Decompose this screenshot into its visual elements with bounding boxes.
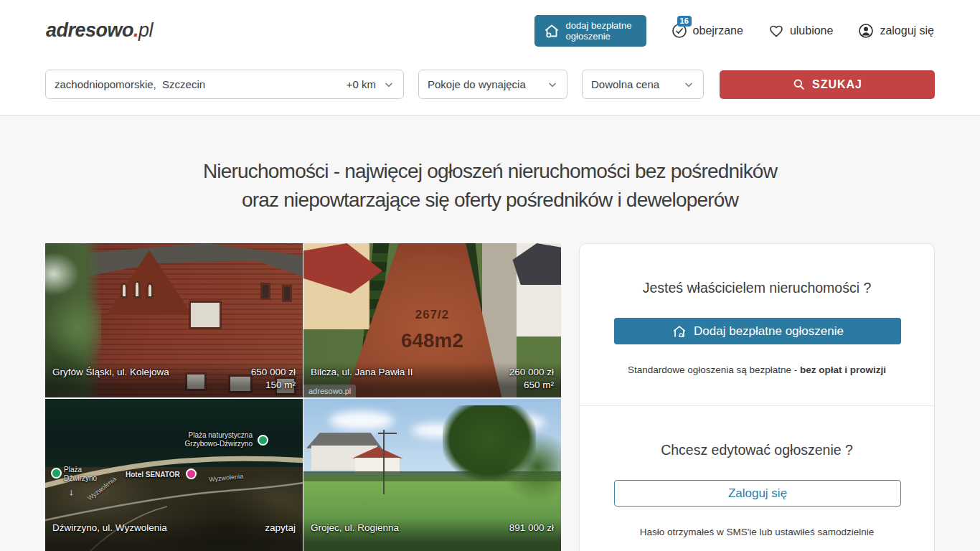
viewed-count-badge: 16	[677, 16, 692, 27]
main-area: Nieruchomości - najwięcej ogłoszeń nieru…	[0, 115, 980, 551]
page-title: Nieruchomości - najwięcej ogłoszeń nieru…	[0, 157, 980, 215]
listing-price: 891 000 zł	[509, 522, 554, 533]
price-select[interactable]: Dowolna cena	[582, 70, 704, 99]
header-nav: dodaj bezpłatne ogłoszenie 16 obejrzane …	[534, 15, 934, 47]
owner-section: Jesteś właścicielem nieruchomości ? Doda…	[580, 244, 934, 405]
listing-tile[interactable]: 267/2 648m2 Bilcza, ul. Jana Pawła II 26…	[303, 243, 561, 397]
listing-price: 260 000 zł	[509, 367, 554, 377]
listing-tile[interactable]: Grojec, ul. Rogienna 891 000 zł	[303, 399, 561, 551]
owner-note: Standardowe ogłoszenia są bezpłatne - be…	[614, 364, 900, 375]
radius-value: +0 km	[347, 78, 376, 90]
login-label: zaloguj się	[880, 24, 934, 37]
location-input[interactable]	[55, 78, 347, 90]
chevron-down-icon	[383, 79, 395, 90]
listing-area	[509, 535, 554, 547]
listing-price: zapytaj	[265, 522, 296, 533]
search-bar: +0 km Pokoje do wynajęcia Dowolna cena S…	[0, 61, 980, 115]
listing-caption: Gryfów Śląski, ul. Kolejowa 650 000 zł 1…	[45, 362, 303, 397]
user-circle-icon	[857, 22, 875, 39]
map-pin-green-icon	[258, 435, 268, 446]
listing-location: Dźwirzyno, ul. Wyzwolenia	[52, 522, 265, 533]
listing-area: 650 m²	[509, 380, 554, 392]
map-label-beach-nat: Plaża naturystyczna Grzybowo-Dźwirzyno	[185, 431, 253, 448]
site-header: adresowo.pl dodaj bezpłatne ogłoszenie 1…	[0, 0, 980, 61]
owner-section-title: Jesteś właścicielem nieruchomości ?	[614, 280, 900, 296]
category-value: Pokoje do wynajęcia	[428, 78, 526, 90]
map-arrow-icon: ↓	[69, 486, 74, 497]
sidebar-login-button[interactable]: Zaloguj się	[614, 480, 901, 507]
heart-icon	[768, 22, 785, 39]
map-label-hotel: Hotel SENATOR	[126, 471, 180, 479]
listing-location: Grojec, ul. Rogienna	[311, 522, 509, 533]
sidebar-login-label: Zaloguj się	[728, 486, 787, 501]
chevron-down-icon	[547, 79, 558, 90]
add-listing-button[interactable]: dodaj bezpłatne ogłoszenie	[534, 15, 646, 47]
sidebar-add-listing-label: Dodaj bezpłatne ogłoszenie	[694, 324, 844, 339]
check-circle-icon: 16	[671, 22, 688, 39]
search-icon	[792, 77, 806, 91]
listing-area	[265, 535, 296, 547]
viewed-label: obejrzane	[693, 24, 743, 37]
map-label-beach: Plaża Dźwirzyno	[64, 466, 97, 483]
edit-section-title: Chcesz edytować ogłoszenie ?	[614, 442, 900, 458]
house-plus-icon	[672, 324, 687, 339]
add-listing-label: dodaj bezpłatne ogłoszenie	[566, 20, 638, 42]
logo-tld: pl	[138, 19, 153, 41]
house-plus-icon	[543, 22, 560, 39]
category-select[interactable]: Pokoje do wynajęcia	[418, 70, 567, 99]
search-button[interactable]: SZUKAJ	[720, 70, 935, 99]
edit-note: Hasło otrzymałeś w SMS'ie lub ustawiłeś …	[614, 527, 900, 537]
viewed-link[interactable]: 16 obejrzane	[671, 22, 743, 39]
listing-caption: Dźwirzyno, ul. Wyzwolenia zapytaj	[45, 518, 303, 551]
listing-price: 650 000 zł	[251, 367, 296, 377]
listing-location: Gryfów Śląski, ul. Kolejowa	[52, 367, 251, 377]
listings-grid: Gryfów Śląski, ul. Kolejowa 650 000 zł 1…	[45, 243, 561, 551]
favorites-label: ulubione	[790, 24, 834, 37]
listing-caption: Grojec, ul. Rogienna 891 000 zł	[303, 518, 561, 551]
sidebar-card: Jesteś właścicielem nieruchomości ? Doda…	[579, 243, 935, 551]
search-button-label: SZUKAJ	[812, 78, 862, 91]
photo-watermark: adresowo.pl	[303, 385, 356, 397]
map-pin-pink-icon	[186, 468, 197, 479]
hero: Nieruchomości - najwięcej ogłoszeń nieru…	[0, 116, 980, 243]
logo-dot: .	[133, 19, 138, 41]
location-field[interactable]: +0 km	[45, 70, 404, 99]
favorites-link[interactable]: ulubione	[768, 22, 834, 39]
login-link[interactable]: zaloguj się	[857, 22, 934, 39]
site-logo[interactable]: adresowo.pl	[46, 19, 153, 42]
chevron-down-icon	[683, 79, 694, 90]
listing-tile[interactable]: Plaża naturystyczna Grzybowo-Dźwirzyno P…	[45, 399, 303, 551]
radius-select[interactable]: +0 km	[347, 78, 395, 90]
plot-number-label: 267/2	[303, 308, 561, 322]
price-value: Dowolna cena	[591, 78, 659, 90]
listing-area: 150 m²	[251, 380, 296, 392]
logo-text: adresowo	[46, 19, 133, 41]
edit-section: Chcesz edytować ogłoszenie ? Zaloguj się…	[580, 405, 934, 551]
map-pin-green-icon	[51, 468, 62, 479]
listing-location: Bilcza, ul. Jana Pawła II	[311, 367, 509, 377]
plot-area-label: 648m2	[303, 329, 561, 352]
sidebar-add-listing-button[interactable]: Dodaj bezpłatne ogłoszenie	[614, 318, 901, 344]
listing-tile[interactable]: Gryfów Śląski, ul. Kolejowa 650 000 zł 1…	[45, 243, 303, 397]
